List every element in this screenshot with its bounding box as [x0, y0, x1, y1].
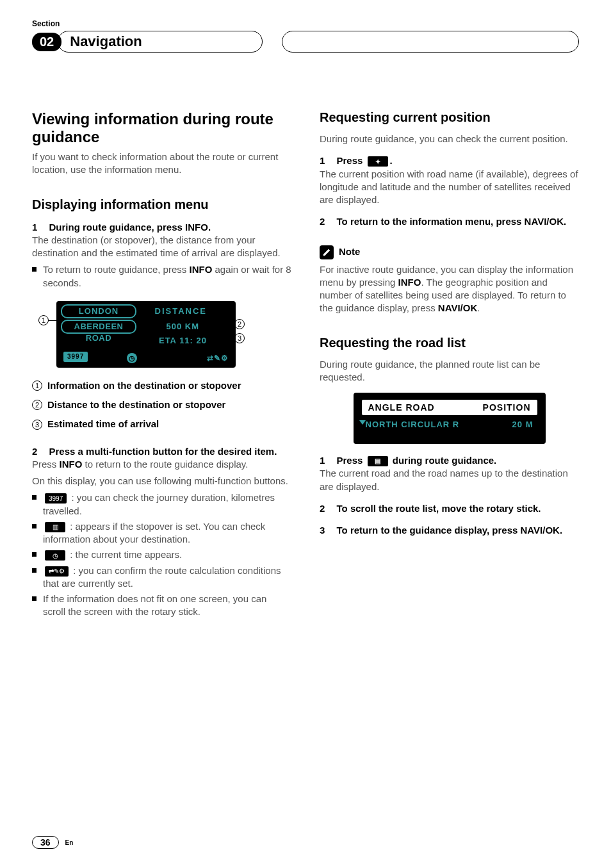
step-title: Press ✦.	[337, 155, 393, 166]
roadlist-distance: 20 M	[512, 419, 534, 430]
text-frag: Press	[32, 459, 60, 470]
roadlist-position-label: POSITION	[483, 402, 531, 414]
rp-step-2: 2 To return to the information menu, pre…	[320, 215, 579, 228]
text-frag: : you can check the journey duration, ki…	[43, 492, 275, 516]
heading-viewing-info: Viewing information during route guidanc…	[32, 110, 291, 145]
bullet-text: ◷ : the current time appears.	[43, 548, 291, 561]
screen-eta: ETA 11: 20	[159, 335, 207, 347]
legend-row-3: 3 Estimated time of arrival	[32, 418, 291, 430]
note-icon	[320, 245, 334, 259]
step-1: 1 During route guidance, press INFO.	[32, 221, 291, 234]
legend-text: Distance to the destination or stopover	[47, 398, 225, 411]
bullet-icon	[32, 267, 37, 272]
callout-1: 1	[38, 315, 49, 325]
legend-row-2: 2 Distance to the destination or stopove…	[32, 398, 291, 411]
legend-num: 1	[32, 381, 42, 391]
page: Section 02 Navigation Viewing informatio…	[0, 0, 611, 868]
device-screenshot-roadlist: ANGLE ROAD POSITION NORTH CIRCULAR R 20 …	[354, 393, 546, 444]
position-icon: ✦	[368, 156, 388, 167]
bullet-icon	[32, 524, 37, 528]
mfb-journey-icon: 3997	[45, 493, 67, 504]
step-number: 1	[320, 155, 325, 166]
section-label: Section	[32, 19, 579, 28]
bold-naviok: NAVI/OK	[438, 302, 477, 313]
rl-step-1-body: The current road and the road names up t…	[320, 467, 579, 493]
rp-step-1: 1 Press ✦.	[320, 154, 579, 167]
step-number: 2	[320, 503, 325, 514]
note-header: Note	[320, 245, 579, 259]
right-column: Requesting current position During route…	[320, 110, 579, 619]
p-requesting-position: During route guidance, you can check the…	[320, 133, 579, 145]
section-number-badge: 02	[32, 33, 61, 51]
callout-line	[210, 324, 234, 325]
header-pill-right	[282, 31, 579, 53]
rl-step-2: 2 To scroll the route list, move the rot…	[320, 502, 579, 515]
text-frag: to return to the route guidance display.	[82, 459, 248, 470]
heading-road-list: Requesting the road list	[320, 336, 579, 350]
p-road-list: During route guidance, the planned route…	[320, 358, 579, 384]
mfb-stopover-icon: ▥	[45, 522, 65, 532]
step-2: 2 Press a multi-function button for the …	[32, 445, 291, 458]
legend-num: 3	[32, 420, 42, 430]
step-number: 3	[320, 525, 325, 536]
text-frag: : you can confirm the route calculation …	[43, 565, 281, 589]
page-number: 36	[32, 836, 59, 849]
page-header: 02 Navigation	[32, 31, 579, 53]
screen-route-icon: ⇄✎⚙	[207, 353, 229, 363]
mfb-row-5: If the information does not fit on one s…	[32, 593, 291, 619]
bullet-return-route: To return to route guidance, press INFO …	[32, 263, 291, 290]
bullet-text: ▥ : appears if the stopover is set. You …	[43, 520, 291, 546]
step-title: During route guidance, press INFO.	[49, 222, 211, 233]
bullet-icon	[32, 552, 37, 557]
mfb-route-icon: ⇄✎⚙	[45, 566, 69, 577]
bullet-icon	[32, 568, 37, 573]
roadlist-header-row: ANGLE ROAD POSITION	[362, 400, 537, 415]
bullet-text: ⇄✎⚙ : you can confirm the route calculat…	[43, 564, 291, 591]
legend-num: 2	[32, 400, 42, 410]
content-columns: Viewing information during route guidanc…	[32, 110, 579, 619]
bullet-text: If the information does not fit on one s…	[43, 593, 291, 619]
screen-clock-icon: ◷	[127, 353, 137, 363]
callout-3: 3	[234, 333, 245, 343]
left-column: Viewing information during route guidanc…	[32, 110, 291, 619]
step-number: 2	[32, 446, 37, 457]
device-screenshot-info: 1 LONDON ABERDEEN ROAD DISTANCE 500 KM E…	[38, 301, 243, 372]
step-2-body-a: Press INFO to return to the route guidan…	[32, 458, 291, 471]
mfb-row-3: ◷ : the current time appears.	[32, 548, 291, 561]
roadlist-current-road: ANGLE ROAD	[368, 402, 435, 414]
heading-requesting-position: Requesting current position	[320, 110, 579, 125]
legend-row-1: 1 Information on the destination or stop…	[32, 379, 291, 392]
callout-2: 2	[234, 319, 245, 329]
mfb-row-2: ▥ : appears if the stopover is set. You …	[32, 520, 291, 546]
text-frag: during route guidance.	[390, 455, 497, 466]
bullet-icon	[32, 495, 37, 500]
text-frag: .	[390, 155, 393, 166]
step-number: 1	[320, 455, 325, 466]
screen-destination: LONDON	[61, 304, 136, 318]
bold-info: INFO	[189, 264, 212, 275]
bold-info: INFO	[60, 459, 83, 470]
step-title: To scroll the route list, move the rotar…	[337, 503, 541, 514]
legend-text: Information on the destination or stopov…	[47, 379, 241, 392]
mfb-clock-icon: ◷	[45, 550, 65, 561]
mfb-row-1: 3997 : you can check the journey duratio…	[32, 491, 291, 518]
chapter-title-pill: Navigation	[58, 31, 263, 53]
callout-line	[215, 338, 234, 339]
language-code: En	[65, 839, 74, 846]
text-frag: Press	[337, 155, 366, 166]
bold-info: INFO	[398, 277, 421, 288]
step-title: To return to the information menu, press…	[337, 216, 567, 227]
step-title: To return to the guidance display, press…	[337, 525, 563, 536]
legend-text: Estimated time of arrival	[47, 418, 159, 430]
text-frag: Press	[337, 455, 366, 466]
rp-step-1-body: The current position with road name (if …	[320, 168, 579, 207]
chapter-title: Navigation	[70, 33, 142, 50]
rl-step-3: 3 To return to the guidance display, pre…	[320, 524, 579, 537]
bullet-text: To return to route guidance, press INFO …	[43, 263, 291, 290]
page-footer: 36 En	[32, 836, 73, 849]
step-number: 1	[32, 222, 37, 233]
mfb-row-4: ⇄✎⚙ : you can confirm the route calculat…	[32, 564, 291, 591]
text-frag: : appears if the stopover is set. You ca…	[43, 521, 265, 545]
rl-step-1: 1 Press ▤ during route guidance.	[320, 454, 579, 467]
screen-road: ABERDEEN ROAD	[61, 320, 136, 334]
